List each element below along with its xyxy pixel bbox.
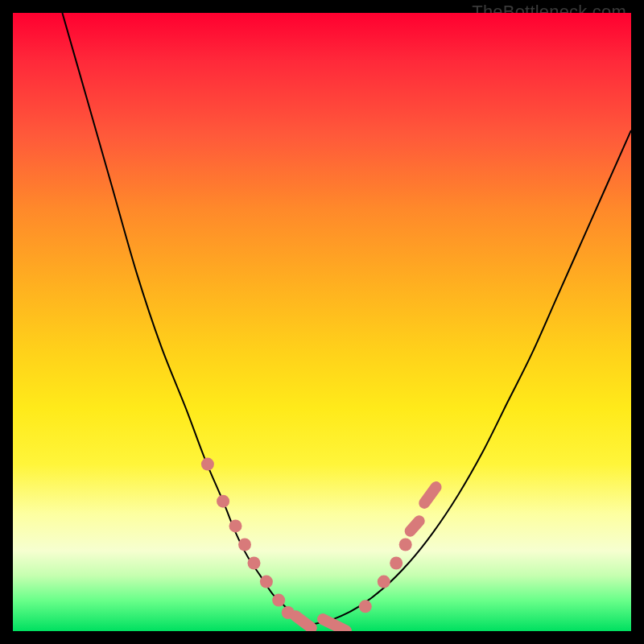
chart-marker: [316, 612, 353, 631]
chart-marker: [399, 539, 412, 551]
chart-marker: [238, 539, 251, 551]
plot-area: [13, 13, 631, 631]
chart-marker: [272, 594, 285, 607]
chart-marker: [248, 557, 261, 570]
chart-marker: [416, 479, 444, 510]
chart-markers: [201, 458, 444, 631]
left-curve: [62, 13, 309, 625]
chart-marker: [402, 513, 427, 539]
chart-marker: [260, 576, 273, 588]
chart-marker: [217, 495, 229, 508]
chart-marker: [287, 608, 319, 631]
chart-marker: [378, 576, 390, 588]
chart-marker: [229, 519, 242, 532]
chart-frame: TheBottleneck.com: [0, 0, 644, 644]
right-curve: [310, 130, 631, 625]
chart-svg: [13, 13, 631, 631]
chart-marker: [359, 600, 372, 613]
chart-marker: [390, 557, 402, 570]
chart-marker: [201, 458, 214, 471]
